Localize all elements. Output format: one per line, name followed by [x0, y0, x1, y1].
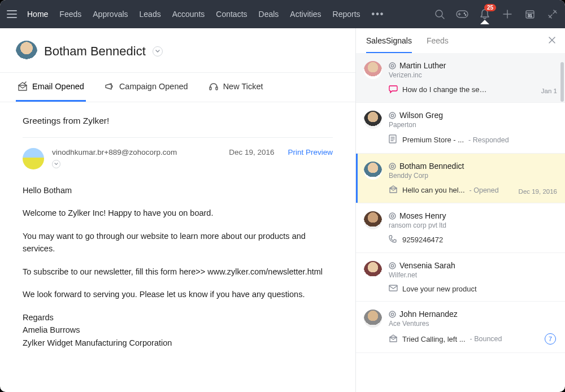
headset-icon [208, 82, 219, 91]
phone-icon [389, 235, 398, 245]
svg-point-29 [389, 213, 395, 219]
signal-company: ransom corp pvt ltd [389, 221, 556, 229]
svg-point-31 [389, 263, 395, 269]
print-preview-link[interactable]: Print Preview [288, 148, 333, 156]
email-line: Welcome to Zylker Inc! Happy to have you… [23, 207, 333, 219]
nav-home[interactable]: Home [27, 10, 48, 19]
survey-icon [389, 134, 398, 145]
signal-msg: Premium Store - ... [402, 136, 464, 144]
search-icon[interactable] [434, 8, 445, 20]
detail-tabs: Email Opened Campaign Opened New Ticket [0, 73, 355, 102]
signal-list[interactable]: Martin Luther Verizen.inc How do I chang… [356, 53, 565, 392]
svg-point-0 [436, 10, 442, 17]
signal-name: Botham Bennedict [399, 162, 464, 171]
hamburger-icon[interactable] [7, 10, 17, 18]
svg-point-27 [391, 165, 393, 167]
svg-rect-33 [389, 285, 397, 291]
signal-item[interactable]: Vensenia Sarah Wilfer.net Love your new … [356, 253, 565, 302]
signal-item[interactable]: Wilson Greg Paperton Premium Store - ...… [356, 103, 565, 154]
signal-status: - Responded [468, 136, 509, 144]
svg-point-26 [389, 163, 395, 169]
email-meta-toggle[interactable] [52, 160, 60, 168]
chat-icon [389, 85, 398, 94]
notification-badge: 25 [484, 4, 496, 11]
svg-point-34 [389, 311, 395, 317]
email-body: Hello Botham Welcome to Zylker Inc! Happ… [23, 184, 333, 349]
email-line: We look forward to serving you. Please l… [23, 288, 333, 300]
plus-icon[interactable] [502, 8, 513, 20]
contact-name: Botham Bennedict [44, 44, 146, 59]
svg-point-5 [464, 13, 465, 14]
email-meta: vinodhkumar.br+889@zohocorp.com Dec 19, … [23, 148, 333, 169]
signal-item[interactable]: Moses Henry ransom corp pvt ltd 92592464… [356, 203, 565, 253]
tab-campaign-opened[interactable]: Campaign Opened [103, 73, 190, 102]
signal-count: 7 [545, 333, 556, 345]
close-icon[interactable] [548, 36, 556, 46]
signal-item[interactable]: Martin Luther Verizen.inc How do I chang… [356, 53, 565, 103]
signals-tabs: SalesSignals Feeds [356, 28, 565, 53]
svg-point-32 [391, 264, 393, 267]
sender-email: vinodhkumar.br+889@zohocorp.com [52, 148, 221, 156]
nav-leads[interactable]: Leads [140, 10, 161, 19]
signal-date: Jan 1 [541, 88, 557, 94]
signal-item[interactable]: John Hernandez Ace Ventures Tried Callin… [356, 302, 565, 353]
signal-company: Wilfer.net [389, 271, 556, 279]
topbar-right: 25 31 [434, 8, 558, 20]
nav-feeds[interactable]: Feeds [59, 10, 81, 19]
signal-company: Ace Ventures [389, 320, 556, 328]
sidetab-salessignals[interactable]: SalesSignals [366, 36, 412, 53]
svg-point-30 [391, 215, 393, 217]
email-area: Greetings from Zylker! vinodhkumar.br+88… [0, 102, 355, 360]
email-line: Hello Botham [23, 184, 333, 197]
avatar [364, 310, 382, 328]
nav-reports[interactable]: Reports [333, 10, 360, 19]
svg-point-18 [389, 63, 395, 69]
signal-msg: Tried Calling, left ... [402, 335, 466, 343]
signal-company: Verizen.inc [389, 71, 556, 79]
signal-status: - Bounced [470, 335, 502, 343]
signals-panel: SalesSignals Feeds Martin Luther Verizen… [356, 28, 565, 392]
svg-point-35 [391, 313, 393, 315]
signal-item-selected[interactable]: Botham Bennedict Benddy Corp Hello can y… [356, 154, 565, 203]
target-icon [389, 212, 396, 220]
tab-label: New Ticket [223, 82, 263, 91]
avatar [364, 261, 382, 279]
svg-line-1 [442, 16, 444, 19]
avatar [364, 111, 382, 129]
contact-menu-toggle[interactable] [153, 46, 163, 56]
calendar-icon[interactable]: 31 [524, 8, 536, 20]
contact-header: Botham Bennedict [0, 28, 355, 73]
signal-status: - Opened [470, 186, 499, 194]
main-panel: Botham Bennedict Email Opened Campaign O… [0, 28, 356, 392]
nav-activities[interactable]: Activities [290, 10, 321, 19]
signal-msg: 9259246472 [402, 236, 443, 244]
mail-icon [389, 285, 398, 293]
signal-msg: Love your new product [402, 285, 477, 293]
scrollbar[interactable] [560, 62, 564, 389]
svg-point-19 [391, 64, 393, 67]
tab-new-ticket[interactable]: New Ticket [207, 73, 265, 102]
mail-open-icon [389, 185, 398, 195]
signal-company: Benddy Corp [389, 172, 556, 180]
sidetab-feeds[interactable]: Feeds [427, 36, 449, 53]
tab-email-opened[interactable]: Email Opened [16, 73, 86, 102]
nav-approvals[interactable]: Approvals [93, 10, 128, 19]
signal-msg: Hello can you hel... [402, 186, 465, 194]
signal-name: Vensenia Sarah [399, 261, 455, 270]
nav-deals[interactable]: Deals [259, 10, 279, 19]
nav-more-icon[interactable]: ••• [372, 9, 385, 19]
tab-label: Campaign Opened [119, 82, 188, 91]
email-line: You may want to go through our website t… [23, 230, 333, 255]
gamepad-icon[interactable] [457, 8, 468, 20]
signal-name: Wilson Greg [399, 111, 443, 120]
bell-icon[interactable]: 25 [479, 8, 490, 20]
svg-point-21 [391, 114, 393, 116]
email-signature: Regards Amelia Burrows Zylker Widget Man… [23, 311, 333, 349]
email-subject: Greetings from Zylker! [23, 116, 333, 126]
nav-accounts[interactable]: Accounts [172, 10, 205, 19]
tools-icon[interactable] [547, 8, 558, 20]
nav-contacts[interactable]: Contacts [216, 10, 247, 19]
avatar [364, 162, 382, 180]
signal-date: Dec 19, 2016 [519, 188, 557, 195]
svg-point-6 [465, 15, 466, 16]
